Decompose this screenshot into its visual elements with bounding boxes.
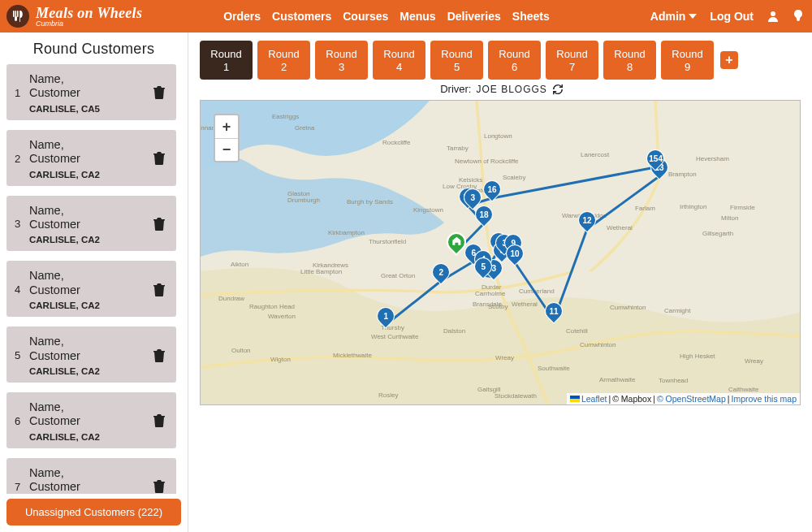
map-town-label: Tarraby [447, 145, 469, 152]
refresh-icon[interactable] [552, 84, 564, 95]
user-icon[interactable] [767, 10, 780, 23]
flag-icon [570, 396, 580, 402]
nav-deliveries[interactable]: Deliveries [447, 10, 501, 23]
round-tab-6[interactable]: Round6 [488, 41, 541, 80]
round-tab-2[interactable]: Round2 [257, 41, 310, 80]
round-tab-5[interactable]: Round5 [430, 41, 483, 80]
trash-icon [153, 283, 165, 296]
brand-subtitle: Cumbria [36, 20, 142, 28]
customer-name: Name,Customer [29, 466, 144, 494]
add-round-button[interactable]: + [720, 51, 738, 69]
attrib-mapbox: © Mapbox [612, 394, 651, 404]
map-town-label: Wetheral [512, 301, 538, 308]
round-tab-8[interactable]: Round8 [603, 41, 656, 80]
map-town-label: Brampton [668, 171, 697, 178]
map[interactable]: EastriggsAnnanGretnaLongtownRockcliffeTa… [200, 100, 801, 405]
admin-dropdown[interactable]: Admin [650, 10, 698, 23]
round-tab-4[interactable]: Round4 [373, 41, 425, 80]
svg-point-4 [771, 11, 775, 16]
delete-customer-button[interactable] [150, 84, 168, 102]
map-marker-3[interactable]: 3 [464, 188, 482, 206]
customer-info: Name,CustomerCARLISLE, CA5 [29, 72, 144, 114]
map-town-label: Scotby [488, 303, 508, 310]
round-tab-3[interactable]: Round3 [315, 41, 368, 80]
map-town-label: Stockdalewath [495, 392, 537, 400]
round-tab-1[interactable]: Round1 [200, 41, 253, 80]
nav-courses[interactable]: Courses [343, 10, 388, 23]
round-tab-7[interactable]: Round7 [546, 41, 598, 80]
map-town-label: Dundraw [218, 295, 244, 302]
trash-icon [153, 86, 165, 99]
customer-card[interactable]: 2Name,CustomerCARLISLE, CA2 [6, 130, 176, 186]
customer-card[interactable]: 6Name,CustomerCARLISLE, CA2 [6, 392, 176, 448]
zoom-control: + − [214, 114, 240, 162]
svg-rect-7 [570, 399, 580, 402]
delete-customer-button[interactable] [150, 347, 168, 365]
map-town-label: Gillsegarth [702, 230, 733, 237]
delete-customer-button[interactable] [150, 215, 168, 233]
delete-customer-button[interactable] [150, 149, 168, 167]
delete-customer-button[interactable] [150, 412, 168, 430]
map-town-label: Rockcliffe [382, 139, 411, 146]
customer-list[interactable]: 1Name,CustomerCARLISLE, CA52Name,Custome… [6, 64, 181, 494]
customer-location: CARLISLE, CA2 [29, 301, 144, 310]
map-town-label: Firmside [730, 204, 755, 211]
sidebar: Round Customers 1Name,CustomerCARLISLE, … [0, 32, 188, 532]
map-marker-2[interactable]: 2 [432, 263, 450, 281]
logout-link[interactable]: Log Out [710, 10, 754, 23]
home-marker[interactable] [447, 232, 466, 252]
trash-icon [153, 152, 165, 165]
nav-sheets[interactable]: Sheets [512, 10, 550, 23]
nav-menus[interactable]: Menus [400, 10, 435, 23]
brand-title: Meals on Wheels [36, 6, 142, 20]
nav-customers[interactable]: Customers [272, 10, 331, 23]
nav-orders[interactable]: Orders [223, 10, 261, 23]
map-marker-154[interactable]: 154 [646, 149, 664, 167]
customer-number: 4 [15, 283, 23, 296]
map-town-label: Newtown of Rockcliffe [455, 158, 519, 165]
map-marker-1[interactable]: 1 [377, 307, 395, 325]
zoom-in-button[interactable]: + [215, 115, 238, 138]
map-town-label: Cumwhinton [610, 304, 646, 311]
map-town-label: Cotehill [566, 327, 588, 335]
map-marker-11[interactable]: 11 [545, 302, 563, 320]
customer-number: 6 [15, 415, 23, 427]
customer-card[interactable]: 1Name,CustomerCARLISLE, CA5 [6, 64, 176, 120]
customer-card[interactable]: 3Name,CustomerCARLISLE, CA2 [6, 196, 176, 252]
zoom-out-button[interactable]: − [215, 138, 238, 161]
sidebar-title: Round Customers [6, 41, 181, 58]
caret-down-icon [689, 14, 697, 19]
unassigned-customers-button[interactable]: Unassigned Customers (222) [6, 499, 181, 526]
customer-name: Name,Customer [29, 138, 144, 167]
map-town-label: Wreay [495, 354, 514, 361]
map-marker-10[interactable]: 10 [506, 244, 524, 262]
map-marker-5[interactable]: 5 [474, 257, 492, 275]
customer-location: CARLISLE, CA5 [29, 104, 144, 114]
map-town-label: Scaleby [503, 174, 525, 181]
map-town-label: Drumburgh [287, 197, 320, 204]
delete-customer-button[interactable] [150, 478, 168, 494]
customer-info: Name,CustomerCARLISLE, CA2 [29, 138, 144, 179]
customer-card[interactable]: 5Name,CustomerCARLISLE, CA2 [6, 327, 176, 383]
map-marker-18[interactable]: 18 [475, 205, 493, 223]
svg-rect-0 [13, 11, 15, 17]
customer-card[interactable]: 7Name,CustomerCARLISLE, CA2 [6, 458, 176, 494]
map-marker-16[interactable]: 16 [483, 180, 501, 198]
map-town-label: Farlam [635, 205, 655, 212]
customer-card[interactable]: 4Name,CustomerCARLISLE, CA2 [6, 261, 176, 317]
delete-customer-button[interactable] [150, 281, 168, 299]
map-town-label: Oulton [231, 347, 251, 354]
brand-block: Meals on Wheels Cumbria [6, 5, 142, 28]
bulb-icon[interactable] [793, 10, 804, 23]
svg-rect-1 [15, 11, 17, 17]
customer-number: 1 [15, 87, 23, 99]
round-tab-9[interactable]: Round9 [661, 41, 714, 80]
map-marker-12[interactable]: 12 [578, 211, 596, 229]
map-town-label: Great Orton [381, 272, 415, 279]
driver-name: JOE BLOGGS [476, 84, 546, 95]
attrib-improve[interactable]: Improve this map [731, 394, 797, 404]
attrib-leaflet[interactable]: Leaflet [581, 394, 607, 404]
map-town-label: Southwaite [538, 365, 570, 372]
map-town-label: Carrholme [475, 290, 506, 297]
attrib-osm[interactable]: © OpenStreetMap [657, 394, 726, 404]
